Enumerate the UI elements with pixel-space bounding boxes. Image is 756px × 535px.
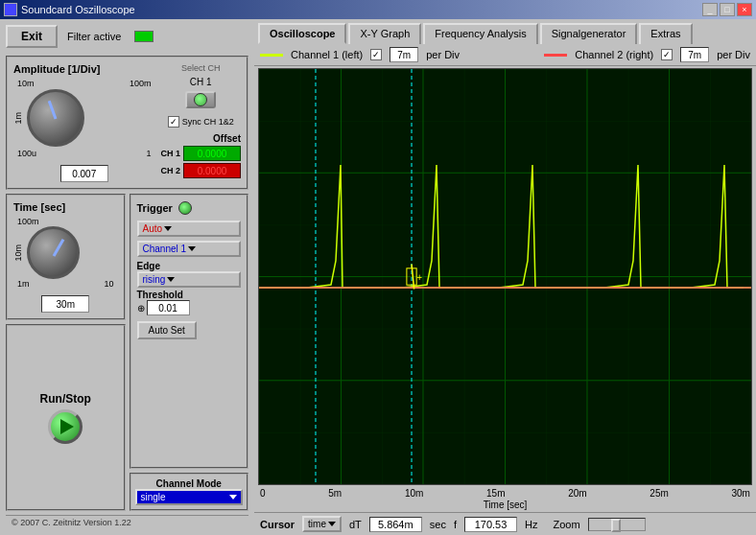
trigger-section: Trigger Auto Channel 1 bbox=[130, 194, 249, 469]
time-axis-label: Time [sec] bbox=[254, 500, 756, 512]
f-unit: Hz bbox=[525, 519, 537, 530]
time-title: Time [sec] bbox=[13, 201, 118, 213]
select-ch-label: Select CH bbox=[181, 63, 221, 73]
time-tick-30m: 30m bbox=[732, 488, 750, 499]
left-panel: Exit Filter active Amplitude [1/Div] 10m… bbox=[0, 19, 254, 535]
time-tick-0: 0 bbox=[260, 488, 266, 499]
tabs-bar: Oscilloscope X-Y Graph Frequency Analysi… bbox=[254, 19, 756, 44]
time-tick-5m: 5m bbox=[328, 488, 342, 499]
edge-label: Edge bbox=[137, 261, 242, 271]
tab-oscilloscope[interactable]: Oscilloscope bbox=[258, 23, 346, 44]
edge-dropdown[interactable]: rising bbox=[137, 271, 242, 288]
time-label-100m: 100m bbox=[17, 217, 39, 226]
ch1-channel-label: Channel 1 (left) bbox=[291, 49, 363, 60]
amplitude-section: Amplitude [1/Div] 10m 100m 1m bbox=[6, 56, 248, 190]
sync-row: ✓ Sync CH 1&2 bbox=[168, 116, 234, 128]
run-stop-button[interactable] bbox=[48, 409, 83, 444]
dt-value: 5.864m bbox=[369, 517, 422, 532]
channel-mode-section: Channel Mode single bbox=[130, 473, 249, 511]
window-title: Soundcard Oszilloscope bbox=[21, 4, 135, 15]
top-row: Exit Filter active bbox=[6, 25, 248, 48]
channel-mode-title: Channel Mode bbox=[135, 478, 244, 489]
trigger-indicator bbox=[178, 201, 192, 215]
exit-button[interactable]: Exit bbox=[6, 25, 58, 48]
ch2-per-div-input[interactable] bbox=[680, 47, 709, 62]
amplitude-label-1: 1 bbox=[146, 149, 151, 158]
time-tick-20m: 20m bbox=[568, 488, 586, 499]
copyright: © 2007 C. Zeitnitz Version 1.22 bbox=[6, 515, 248, 529]
sync-label: Sync CH 1&2 bbox=[182, 117, 234, 127]
dt-unit: sec bbox=[430, 519, 446, 530]
time-label-10: 10 bbox=[104, 279, 113, 289]
auto-set-button[interactable]: Auto Set bbox=[137, 321, 197, 339]
trigger-title: Trigger bbox=[137, 202, 173, 214]
cursor-type-dropdown[interactable]: time bbox=[302, 516, 342, 532]
tab-frequency-analysis[interactable]: Frequency Analysis bbox=[423, 23, 537, 44]
time-tick-25m: 25m bbox=[650, 488, 668, 499]
minimize-button[interactable]: _ bbox=[702, 3, 718, 16]
window-controls[interactable]: _ □ × bbox=[702, 3, 752, 16]
app-icon bbox=[4, 3, 17, 16]
run-stop-section: Run/Stop bbox=[6, 324, 126, 511]
ch2-per-div-label: per Div bbox=[717, 49, 750, 60]
amplitude-label-100m: 100m bbox=[130, 79, 152, 88]
zoom-slider[interactable] bbox=[588, 518, 646, 531]
ch1-channel-checkbox[interactable]: ✓ bbox=[370, 49, 382, 60]
amplitude-label-1m: 1m bbox=[13, 112, 23, 125]
ch1-select-label: CH 1 bbox=[190, 77, 212, 87]
maximize-button[interactable]: □ bbox=[720, 3, 735, 16]
ch1-color-line bbox=[260, 54, 283, 57]
threshold-spinbox[interactable]: 0.01 bbox=[147, 300, 190, 315]
dt-label: dT bbox=[349, 519, 362, 530]
amplitude-title: Amplitude [1/Div] bbox=[13, 63, 154, 75]
ch2-channel-checkbox[interactable]: ✓ bbox=[661, 49, 673, 60]
sync-checkbox[interactable]: ✓ bbox=[168, 116, 179, 128]
tab-xy-graph[interactable]: X-Y Graph bbox=[348, 23, 421, 44]
offset-title: Offset bbox=[160, 133, 241, 144]
channel-row: Channel 1 (left) ✓ per Div Channel 2 (ri… bbox=[254, 44, 756, 66]
close-button[interactable]: × bbox=[737, 3, 752, 16]
ch1-offset-value[interactable]: 0.0000 bbox=[183, 146, 241, 161]
trigger-channel-dropdown[interactable]: Channel 1 bbox=[137, 241, 242, 257]
ch1-per-div-label: per Div bbox=[426, 49, 460, 60]
time-tick-10m: 10m bbox=[405, 488, 423, 499]
amplitude-label-100u: 100u bbox=[17, 149, 36, 158]
cursor-label: Cursor bbox=[260, 519, 295, 530]
ch1-toggle[interactable] bbox=[185, 91, 216, 108]
time-label-1m: 1m bbox=[17, 279, 30, 289]
time-tick-15m: 15m bbox=[486, 488, 505, 499]
time-axis: 0 5m 10m 15m 20m 25m 30m bbox=[254, 487, 756, 500]
tab-signal-generator[interactable]: Signalgenerator bbox=[540, 23, 638, 44]
ch1-per-div-input[interactable] bbox=[390, 47, 418, 62]
time-label-10m: 10m bbox=[13, 244, 23, 262]
filter-indicator bbox=[134, 31, 154, 42]
threshold-label: Threshold bbox=[137, 290, 242, 300]
ch1-offset-label: CH 1 bbox=[160, 149, 180, 158]
amplitude-label-10m: 10m bbox=[17, 79, 35, 88]
run-stop-label: Run/Stop bbox=[40, 392, 91, 406]
amplitude-spinbox[interactable]: 0.007 bbox=[60, 165, 108, 182]
right-panel: Oscilloscope X-Y Graph Frequency Analysi… bbox=[254, 19, 756, 535]
bottom-bar: Cursor time dT 5.864m sec f 170.53 Hz Zo… bbox=[254, 512, 756, 535]
title-bar: Soundcard Oszilloscope _ □ × bbox=[0, 0, 756, 19]
filter-label: Filter active bbox=[67, 31, 121, 42]
time-spinbox[interactable]: 30m bbox=[41, 295, 89, 313]
ch2-channel-label: Channel 2 (right) bbox=[575, 49, 653, 60]
ch2-offset-label: CH 2 bbox=[160, 166, 180, 175]
channel-mode-dropdown[interactable]: single bbox=[135, 489, 244, 505]
amplitude-knob[interactable] bbox=[27, 89, 84, 147]
zoom-label: Zoom bbox=[553, 519, 579, 530]
tab-extras[interactable]: Extras bbox=[639, 23, 692, 44]
grid-svg: + bbox=[259, 69, 751, 484]
time-knob[interactable] bbox=[27, 226, 80, 279]
time-section: Time [sec] 100m 10m 1m 10 bbox=[6, 194, 126, 320]
trigger-mode-dropdown[interactable]: Auto bbox=[137, 221, 242, 237]
f-value: 170.53 bbox=[464, 517, 517, 532]
oscilloscope-display: + bbox=[258, 68, 752, 485]
ch2-color-line bbox=[544, 54, 567, 57]
svg-text:+: + bbox=[416, 272, 422, 283]
ch2-offset-value[interactable]: 0.0000 bbox=[183, 163, 241, 178]
f-label: f bbox=[454, 519, 457, 530]
